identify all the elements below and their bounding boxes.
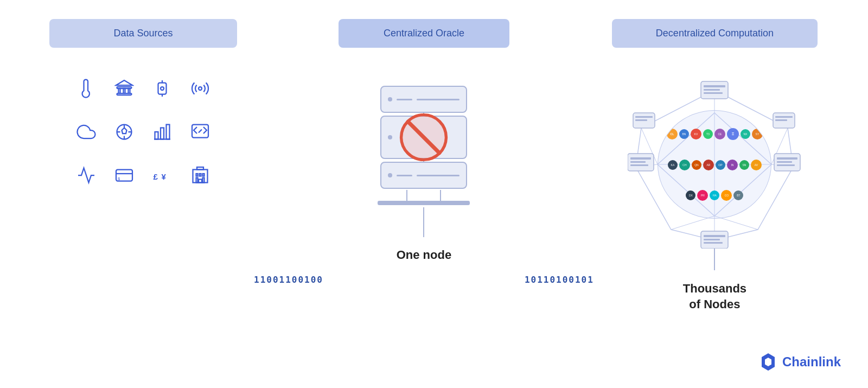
main-layout: Data Sources (0, 0, 868, 388)
payment-icon: $ (108, 156, 141, 194)
logo-9: CH (679, 160, 690, 170)
logo-8: KA (668, 160, 678, 170)
binary-left-container: 11001100100 (254, 166, 323, 388)
logo-17: PR (697, 190, 708, 201)
logo-20: BT (733, 190, 743, 200)
logo-11: AR (703, 160, 714, 170)
data-sources-header: Data Sources (49, 19, 238, 48)
binary-left: 11001100100 (254, 275, 323, 285)
svg-rect-30 (203, 178, 205, 183)
svg-point-9 (161, 87, 164, 90)
one-node-label: One node (397, 248, 451, 262)
svg-rect-52 (630, 161, 646, 163)
svg-rect-6 (158, 83, 167, 94)
logo-10: QN (692, 160, 701, 170)
logo-16: DX (686, 190, 695, 200)
svg-marker-2 (116, 80, 132, 85)
svg-rect-63 (775, 116, 793, 118)
logos-circle: CL BN KV T3 CE Ξ NX SY KA CH QN AR OP IN… (658, 110, 771, 219)
server-bottom (380, 162, 467, 189)
svg-rect-56 (777, 161, 792, 163)
logo-14: SN (739, 160, 749, 170)
bank-icon (108, 69, 141, 107)
data-sources-icons: $ £¥ (70, 69, 216, 194)
svg-rect-66 (635, 116, 653, 118)
logo-18: HA (710, 190, 719, 200)
logo-19: CO (721, 190, 732, 201)
logo-5: CE (714, 129, 725, 139)
code-icon (184, 113, 216, 151)
logo-12: OP (716, 160, 725, 170)
svg-rect-28 (203, 174, 205, 176)
binary-right: 10110100101 (525, 275, 594, 285)
svg-rect-55 (777, 157, 797, 160)
vertical-line-center (423, 207, 424, 237)
svg-rect-4 (124, 88, 125, 93)
decentralized-label: Decentralized Computation (656, 28, 774, 39)
logo-6: NX (741, 129, 750, 139)
decentralized-column: Decentralized Computation (594, 19, 835, 388)
building-icon (184, 156, 216, 194)
chainlink-text: Chainlink (782, 354, 841, 370)
svg-rect-49 (704, 92, 723, 94)
data-sources-column: Data Sources (33, 19, 254, 388)
binary-right-container: 10110100101 (525, 166, 594, 388)
graph-icon (70, 156, 103, 194)
logo-15: AV (751, 160, 762, 170)
server-line (397, 99, 412, 100)
server-dot2 (388, 135, 392, 139)
cloud-icon (70, 113, 103, 151)
logo-2: BN (679, 129, 689, 139)
soccer-icon (108, 113, 141, 151)
svg-rect-67 (635, 119, 647, 121)
svg-rect-29 (196, 178, 198, 183)
chart-bar-icon (146, 113, 178, 151)
server-stand (406, 190, 441, 201)
svg-line-18 (199, 130, 202, 133)
svg-rect-57 (777, 164, 795, 166)
svg-rect-13 (155, 132, 158, 139)
no-entry-sign (399, 113, 448, 162)
data-sources-label: Data Sources (113, 28, 173, 39)
centralized-oracle-column: Centralized Oracle (323, 19, 525, 388)
svg-rect-15 (167, 125, 170, 139)
svg-rect-48 (704, 89, 720, 91)
svg-rect-51 (630, 157, 651, 160)
thousands-of-nodes-label: Thousands of Nodes (683, 281, 746, 312)
svg-rect-27 (200, 174, 201, 176)
svg-point-10 (199, 87, 202, 90)
server-middle-group (380, 116, 467, 159)
svg-rect-5 (129, 88, 130, 93)
vertical-line-right (714, 249, 715, 270)
centralized-oracle-header: Centralized Oracle (339, 19, 509, 48)
svg-rect-59 (704, 235, 725, 237)
thermometer-icon (70, 69, 103, 107)
logo-3: KV (691, 129, 701, 139)
network-diagram: CL BN KV T3 CE Ξ NX SY KA CH QN AR OP IN… (628, 80, 801, 249)
svg-rect-47 (704, 85, 725, 87)
decentralized-header: Decentralized Computation (612, 19, 817, 48)
logo-13: IN (727, 160, 738, 170)
svg-rect-31 (199, 180, 202, 183)
svg-text:£: £ (154, 172, 158, 181)
svg-rect-26 (196, 174, 198, 176)
satellite-icon (184, 69, 216, 107)
chainlink-icon (760, 352, 777, 372)
svg-marker-12 (122, 128, 127, 134)
svg-rect-3 (119, 88, 120, 93)
stand-leg-right (440, 190, 441, 201)
server-base (378, 201, 470, 205)
svg-rect-64 (775, 119, 787, 121)
server-top (380, 86, 467, 113)
server-line5 (397, 175, 412, 176)
server-line6 (417, 175, 459, 176)
stand-leg-left (406, 190, 407, 201)
chainlink-branding: Chainlink (760, 352, 841, 372)
currency-icon: £¥ (146, 156, 178, 194)
svg-rect-61 (704, 242, 723, 244)
server-dot3 (388, 173, 392, 177)
svg-rect-60 (704, 239, 720, 240)
centralized-oracle-label: Centralized Oracle (384, 28, 464, 39)
svg-text:¥: ¥ (162, 172, 167, 181)
smartwatch-icon (146, 69, 178, 107)
